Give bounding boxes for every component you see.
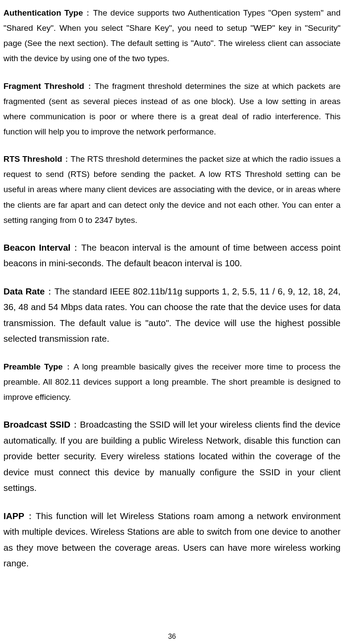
- term-separator: ：: [71, 242, 82, 252]
- term-label: Preamble Type: [3, 362, 63, 371]
- term-separator: ：: [70, 419, 80, 429]
- term-body: Broadcasting the SSID will let your wire…: [3, 419, 341, 493]
- entry-authentication-type: Authentication Type：The device supports …: [3, 5, 341, 66]
- entry-rts-threshold: RTS Threshold：The RTS threshold determin…: [3, 151, 341, 228]
- entry-data-rate: Data Rate：The standard IEEE 802.11b/11g …: [3, 284, 341, 347]
- term-body: The RTS threshold determines the packet …: [3, 154, 341, 225]
- term-label: IAPP: [3, 511, 24, 521]
- term-label: RTS Threshold: [3, 154, 62, 163]
- term-label: Authentication Type: [3, 8, 83, 17]
- page-number: 36: [3, 633, 341, 641]
- term-label: Fragment Threshold: [3, 82, 84, 91]
- term-body: The standard IEEE 802.11b/11g supports 1…: [3, 286, 341, 343]
- term-separator: ：: [84, 82, 95, 91]
- term-separator: ：: [45, 286, 54, 296]
- term-label: Data Rate: [3, 286, 45, 296]
- entry-fragment-threshold: Fragment Threshold：The fragment threshol…: [3, 78, 341, 140]
- term-separator: ：: [24, 511, 36, 521]
- document-page: Authentication Type：The device supports …: [3, 5, 341, 644]
- term-separator: ：: [83, 8, 93, 17]
- term-separator: ：: [62, 154, 70, 163]
- entry-beacon-interval: Beacon Interval：The beacon interval is t…: [3, 240, 341, 271]
- term-separator: ：: [63, 362, 74, 371]
- entry-preamble-type: Preamble Type：A long preamble basically …: [3, 359, 341, 405]
- term-body: This function will let Wireless Stations…: [3, 511, 341, 568]
- entry-broadcast-ssid: Broadcast SSID：Broadcasting the SSID wil…: [3, 417, 341, 496]
- entry-iapp: IAPP：This function will let Wireless Sta…: [3, 508, 341, 572]
- term-label: Broadcast SSID: [3, 419, 70, 429]
- term-label: Beacon Interval: [3, 242, 71, 252]
